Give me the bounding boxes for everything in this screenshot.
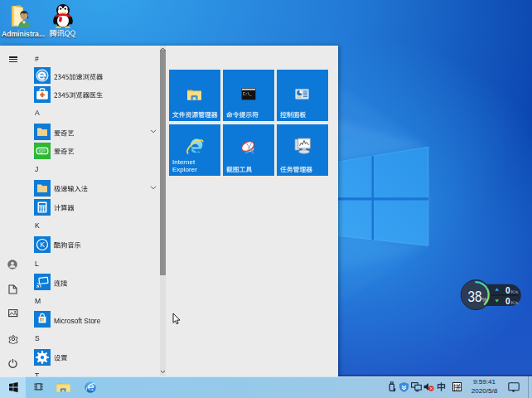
svg-text:IQIY: IQIY — [38, 149, 46, 153]
svg-text:K/s: K/s — [511, 300, 519, 305]
svg-text:K: K — [40, 240, 45, 249]
svg-text:%: % — [482, 297, 487, 303]
svg-text:K/s: K/s — [511, 289, 519, 294]
svg-text:38: 38 — [468, 289, 482, 305]
svg-text:0: 0 — [505, 297, 510, 306]
svg-text:C:\_: C:\_ — [243, 92, 252, 96]
svg-text:0: 0 — [505, 286, 510, 295]
